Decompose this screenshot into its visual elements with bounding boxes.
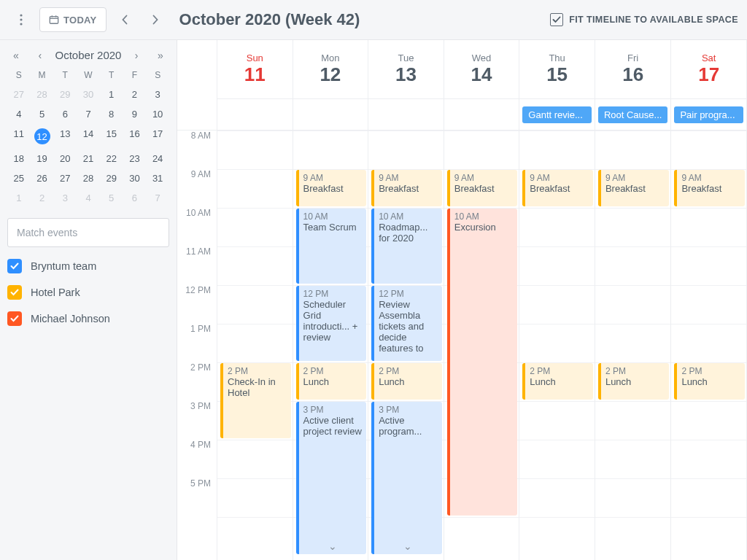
prev-week-button[interactable] — [112, 7, 137, 32]
calendar-event[interactable]: 3 PMActive program...⌄ — [371, 402, 442, 554]
day-body[interactable]: 9 AMBreakfast10 AMRoadmap... for 202012 … — [368, 131, 444, 560]
mini-cal-prev-year[interactable]: « — [7, 50, 25, 61]
chevron-down-icon[interactable]: ⌄ — [374, 540, 442, 552]
mini-cal-day[interactable]: 1 — [7, 188, 31, 208]
mini-cal-day[interactable]: 26 — [31, 168, 54, 188]
resource-toggle[interactable]: Hotel Park — [7, 285, 169, 300]
mini-cal-day[interactable]: 28 — [77, 168, 100, 188]
mini-cal-day[interactable]: 17 — [146, 124, 169, 149]
day-body[interactable]: 9 AMBreakfast2 PMLunch — [519, 131, 595, 560]
mini-cal-day[interactable]: 29 — [53, 85, 77, 104]
allday-cell[interactable]: Gantt revie... — [519, 98, 595, 131]
day-body[interactable]: 9 AMBreakfast2 PMLunch — [595, 131, 671, 560]
mini-cal-day[interactable]: 1 — [100, 85, 123, 104]
allday-event[interactable]: Gantt revie... — [522, 106, 592, 123]
day-body[interactable]: 9 AMBreakfast10 AMTeam Scrum12 PMSchedul… — [293, 131, 368, 560]
mini-cal-day[interactable]: 9 — [123, 104, 147, 124]
calendar-event[interactable]: 9 AMBreakfast — [447, 170, 518, 206]
calendar-event[interactable]: 12 PMScheduler Grid introducti... + revi… — [296, 286, 367, 361]
mini-cal-day[interactable]: 29 — [100, 168, 123, 188]
mini-cal-day[interactable]: 5 — [31, 104, 54, 124]
filter-input[interactable] — [7, 218, 169, 247]
mini-cal-day[interactable]: 25 — [7, 168, 31, 188]
mini-cal-day[interactable]: 16 — [123, 124, 147, 149]
mini-cal-day[interactable]: 28 — [31, 85, 54, 104]
mini-cal-day[interactable]: 12 — [31, 124, 54, 149]
mini-cal-day[interactable]: 6 — [123, 188, 147, 208]
chevron-down-icon[interactable]: ⌄ — [299, 540, 367, 552]
allday-cell[interactable]: Pair progra... — [671, 98, 746, 131]
mini-cal-day[interactable]: 21 — [77, 149, 100, 168]
mini-cal-day[interactable]: 6 — [53, 104, 77, 124]
mini-cal-day[interactable]: 27 — [7, 85, 31, 104]
calendar-event[interactable]: 10 AMExcursion — [447, 209, 518, 516]
mini-cal-day[interactable]: 3 — [146, 85, 169, 104]
calendar-event[interactable]: 2 PMLunch — [296, 363, 367, 400]
mini-cal-day[interactable]: 23 — [123, 149, 147, 168]
calendar-event[interactable]: 9 AMBreakfast — [674, 170, 745, 206]
day-header[interactable]: Sat17 — [671, 40, 746, 98]
mini-cal-day[interactable]: 7 — [77, 104, 100, 124]
day-body[interactable]: 9 AMBreakfast2 PMLunch — [671, 131, 746, 560]
mini-cal-title[interactable]: October 2020 — [55, 49, 122, 61]
calendar-event[interactable]: 9 AMBreakfast — [371, 170, 442, 206]
calendar-event[interactable]: 3 PMActive client project review⌄ — [296, 402, 367, 554]
day-header[interactable]: Wed14 — [444, 40, 519, 98]
mini-cal-day[interactable]: 7 — [146, 188, 169, 208]
mini-cal-day[interactable]: 3 — [53, 188, 77, 208]
allday-cell[interactable] — [293, 98, 368, 131]
calendar-event[interactable]: 10 AMTeam Scrum — [296, 209, 367, 284]
mini-cal-day[interactable]: 20 — [53, 149, 77, 168]
day-body[interactable]: 9 AMBreakfast10 AMExcursion — [444, 131, 519, 560]
calendar-event[interactable]: 9 AMBreakfast — [598, 170, 670, 206]
calendar-event[interactable]: 9 AMBreakfast — [522, 170, 593, 206]
calendar-event[interactable]: 12 PMReview Assembla tickets and decide … — [371, 286, 442, 361]
calendar-event[interactable]: 2 PMLunch — [522, 363, 593, 400]
mini-cal-day[interactable]: 11 — [7, 124, 31, 149]
resource-toggle[interactable]: Michael Johnson — [7, 311, 169, 326]
allday-cell[interactable]: Root Cause... — [595, 98, 671, 131]
mini-cal-day[interactable]: 18 — [7, 149, 31, 168]
mini-cal-day[interactable]: 31 — [146, 168, 169, 188]
mini-cal-day[interactable]: 13 — [53, 124, 77, 149]
allday-cell[interactable] — [444, 98, 519, 131]
day-header[interactable]: Thu15 — [519, 40, 595, 98]
allday-event[interactable]: Pair progra... — [674, 106, 743, 123]
allday-cell[interactable] — [368, 98, 444, 131]
day-body[interactable]: 2 PMCheck-In in Hotel — [217, 131, 293, 560]
mini-cal-next-month[interactable]: › — [128, 50, 145, 61]
day-header[interactable]: Mon12 — [293, 40, 368, 98]
mini-cal-day[interactable]: 14 — [77, 124, 100, 149]
mini-cal-day[interactable]: 24 — [146, 149, 169, 168]
mini-cal-day[interactable]: 4 — [7, 104, 31, 124]
mini-cal-day[interactable]: 8 — [100, 104, 123, 124]
mini-cal-day[interactable]: 27 — [53, 168, 77, 188]
mini-cal-day[interactable]: 2 — [123, 85, 147, 104]
mini-cal-day[interactable]: 10 — [146, 104, 169, 124]
day-header[interactable]: Tue13 — [368, 40, 444, 98]
day-header[interactable]: Sun11 — [217, 40, 293, 98]
mini-cal-day[interactable]: 15 — [100, 124, 123, 149]
mini-cal-day[interactable]: 30 — [77, 85, 100, 104]
mini-cal-day[interactable]: 5 — [100, 188, 123, 208]
next-week-button[interactable] — [143, 7, 168, 32]
mini-cal-next-year[interactable]: » — [152, 50, 169, 61]
mini-cal-day[interactable]: 4 — [77, 188, 100, 208]
calendar-event[interactable]: 10 AMRoadmap... for 2020 — [371, 209, 442, 284]
fit-timeline-toggle[interactable]: FIT TIMELINE TO AVAILABLE SPACE — [550, 13, 738, 26]
resource-toggle[interactable]: Bryntum team — [7, 259, 169, 273]
calendar-event[interactable]: 2 PMLunch — [371, 363, 442, 400]
mini-cal-prev-month[interactable]: ‹ — [31, 50, 49, 61]
calendar-event[interactable]: 9 AMBreakfast — [296, 170, 367, 206]
mini-cal-day[interactable]: 19 — [31, 149, 54, 168]
allday-cell[interactable] — [217, 98, 293, 131]
mini-cal-day[interactable]: 22 — [100, 149, 123, 168]
menu-icon[interactable] — [9, 7, 34, 32]
mini-cal-day[interactable]: 2 — [31, 188, 54, 208]
mini-cal-day[interactable]: 30 — [123, 168, 147, 188]
calendar-event[interactable]: 2 PMLunch — [674, 363, 745, 400]
today-button[interactable]: TODAY — [39, 7, 107, 32]
calendar-event[interactable]: 2 PMLunch — [598, 363, 670, 400]
allday-event[interactable]: Root Cause... — [598, 106, 668, 123]
day-header[interactable]: Fri16 — [595, 40, 671, 98]
